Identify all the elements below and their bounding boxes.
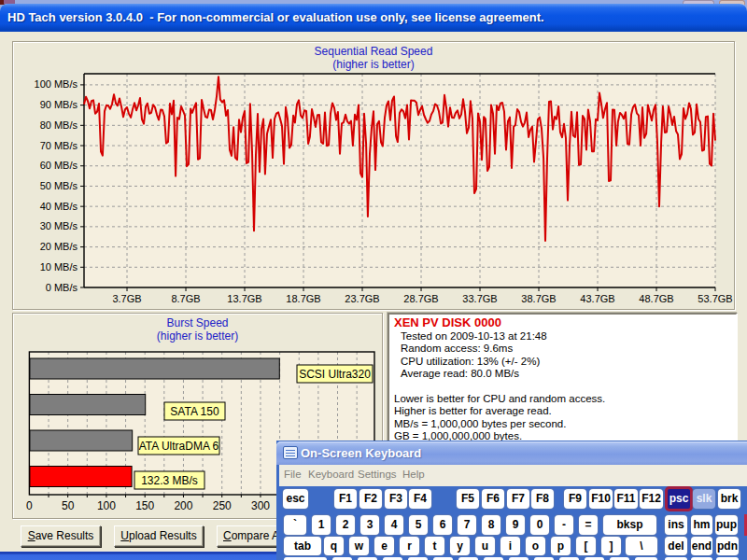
- key-end[interactable]: end: [691, 537, 712, 555]
- seq-x-tick-label: 13.7GB: [227, 293, 261, 304]
- hdtach-title-text: HD Tach version 3.0.4.0 - For non-commer…: [7, 10, 544, 24]
- key-0[interactable]: 0: [530, 515, 549, 535]
- osk-menu-settings[interactable]: Settings: [358, 469, 397, 480]
- key-F10[interactable]: F10: [589, 489, 613, 509]
- seq-x-tick-label: 48.7GB: [639, 293, 673, 304]
- osk-title-text: On-Screen Keyboard: [301, 446, 421, 460]
- key-r[interactable]: r: [400, 537, 419, 555]
- key-9[interactable]: 9: [506, 515, 525, 535]
- seq-y-tick-label: 70 MB/s: [40, 140, 78, 151]
- burst-x-tick-label: 300: [251, 499, 270, 512]
- seq-y-tick-label: 0 MB/s: [46, 282, 78, 293]
- key-u[interactable]: u: [475, 537, 495, 555]
- osk-menu-file[interactable]: File: [284, 469, 302, 480]
- key-backslash[interactable]: \: [626, 537, 657, 555]
- key-brk[interactable]: brk: [718, 489, 740, 509]
- seq-x-tick-label: 38.7GB: [521, 293, 556, 304]
- osk-titlebar[interactable]: On-Screen Keyboard: [276, 441, 747, 465]
- key-7[interactable]: 7: [458, 515, 476, 535]
- seq-y-tick-label: 90 MB/s: [40, 99, 78, 110]
- key-tab[interactable]: tab: [284, 537, 321, 555]
- key-F5[interactable]: F5: [457, 489, 479, 509]
- key-`[interactable]: `: [284, 515, 306, 535]
- seq-y-tick-label: 40 MB/s: [40, 201, 78, 212]
- key-=[interactable]: =: [579, 515, 598, 535]
- key-6[interactable]: 6: [433, 515, 452, 535]
- key-5[interactable]: 5: [409, 515, 428, 535]
- seq-plot-area: [84, 74, 715, 287]
- burst-bar-label: SCSI Ultra320: [299, 368, 371, 381]
- key-F12[interactable]: F12: [640, 489, 663, 509]
- osk-menu-keyboard[interactable]: Keyboard: [308, 469, 354, 480]
- key-8[interactable]: 8: [482, 515, 500, 535]
- seq-y-tick-label: 100 MB/s: [35, 78, 78, 90]
- key-y[interactable]: y: [450, 537, 470, 555]
- burst-x-tick-label: 150: [135, 499, 154, 512]
- key-F8[interactable]: F8: [531, 489, 554, 509]
- seq-x-tick-label: 18.7GB: [286, 293, 320, 304]
- seq-y-tick-label: 10 MB/s: [40, 261, 78, 273]
- key-F2[interactable]: F2: [359, 489, 382, 509]
- key-F9[interactable]: F9: [564, 489, 586, 509]
- key-F3[interactable]: F3: [385, 489, 407, 509]
- seq-x-tick-label: 8.7GB: [171, 293, 200, 304]
- seq-x-tick-label: 3.7GB: [112, 293, 141, 304]
- key-bksp[interactable]: bksp: [603, 515, 656, 535]
- burst-x-tick-label: 200: [174, 499, 192, 512]
- key-i[interactable]: i: [500, 537, 520, 555]
- key-F7[interactable]: F7: [507, 489, 529, 509]
- key-F4[interactable]: F4: [409, 489, 431, 509]
- key-pup[interactable]: pup: [715, 515, 738, 535]
- hdtach-titlebar[interactable]: HD Tach version 3.0.4.0 - For non-commer…: [0, 4, 747, 32]
- info-detail-line: CPU utilization: 13% (+/- 2%): [401, 356, 540, 367]
- key-q[interactable]: q: [324, 537, 344, 555]
- key-ins[interactable]: ins: [665, 515, 687, 535]
- osk-menu-help[interactable]: Help: [402, 469, 425, 480]
- seq-x-tick-label: 33.7GB: [462, 293, 497, 304]
- burst-bar-label: ATA UltraDMA 6: [139, 440, 219, 453]
- key-o[interactable]: o: [526, 537, 545, 555]
- info-detail-line: Average read: 80.0 MB/s: [401, 368, 519, 379]
- key-F11[interactable]: F11: [614, 489, 638, 509]
- burst-x-tick-label: 250: [213, 499, 232, 512]
- burst-bar: [30, 358, 279, 379]
- key-][interactable]: ]: [601, 537, 621, 555]
- key-pdn[interactable]: pdn: [716, 537, 739, 555]
- key-[[interactable]: [: [576, 537, 596, 555]
- key-p[interactable]: p: [551, 537, 571, 555]
- key-4[interactable]: 4: [385, 515, 403, 535]
- upload-results-button[interactable]: Upload Results: [114, 525, 204, 547]
- seq-x-tick-label: 23.7GB: [345, 293, 379, 304]
- burst-x-tick-label: 100: [97, 499, 116, 512]
- key-del[interactable]: del: [665, 537, 687, 555]
- burst-bar: [30, 430, 133, 451]
- key-F6[interactable]: F6: [482, 489, 504, 509]
- key-slk[interactable]: slk: [693, 489, 715, 509]
- seq-x-tick-label: 28.7GB: [403, 293, 438, 304]
- seq-x-tick-label: 53.7GB: [698, 293, 732, 304]
- seq-y-tick-label: 30 MB/s: [40, 220, 78, 231]
- info-note-line: Lower is better for CPU and random acces…: [394, 393, 605, 404]
- burst-bar: [30, 467, 132, 487]
- key-w[interactable]: w: [349, 537, 369, 555]
- burst-x-tick-label: 50: [62, 499, 75, 512]
- key-psc[interactable]: psc: [668, 489, 690, 509]
- key-1[interactable]: 1: [312, 515, 331, 535]
- burst-bar-label: SATA 150: [170, 405, 219, 418]
- key-t[interactable]: t: [425, 537, 444, 555]
- key-2[interactable]: 2: [336, 515, 355, 535]
- burst-bar-label: 132.3 MB/s: [141, 474, 198, 487]
- key-esc[interactable]: esc: [283, 489, 308, 509]
- key-F1[interactable]: F1: [334, 489, 357, 509]
- info-detail-line: Tested on 2009-10-13 at 21:48: [401, 330, 547, 342]
- onscreen-keyboard-window: On-Screen Keyboard FileKeyboardSettingsH…: [276, 441, 747, 560]
- key-e[interactable]: e: [374, 537, 394, 555]
- burst-x-tick-label: 0: [26, 499, 33, 512]
- key-hm[interactable]: hm: [691, 515, 712, 535]
- save-results-button[interactable]: Save Results: [21, 525, 101, 547]
- info-note-line: MB/s = 1,000,000 bytes per second.: [394, 418, 566, 429]
- keyboard-icon: [283, 446, 298, 459]
- seq-y-tick-label: 80 MB/s: [40, 119, 78, 131]
- key--[interactable]: -: [555, 515, 573, 535]
- key-3[interactable]: 3: [360, 515, 379, 535]
